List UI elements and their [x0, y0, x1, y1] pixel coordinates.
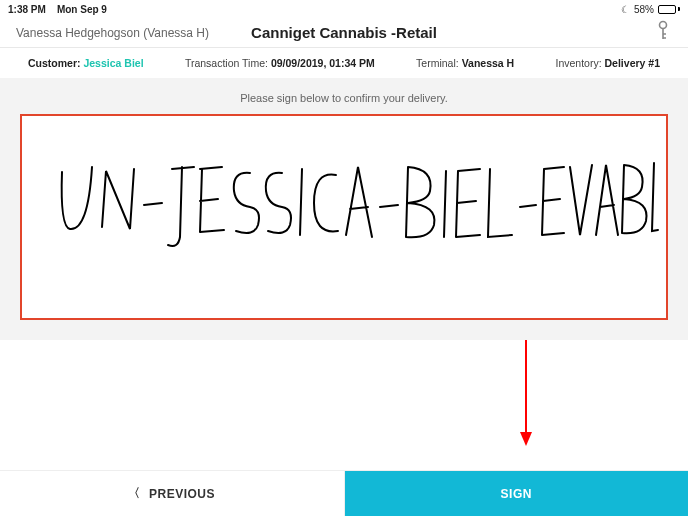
svg-marker-2: [520, 432, 532, 446]
info-customer: Customer: Jessica Biel: [28, 57, 144, 69]
battery-icon: [658, 5, 680, 14]
info-transaction-time: Transaction Time: 09/09/2019, 01:34 PM: [185, 57, 375, 69]
status-right: ☾ 58%: [621, 4, 680, 15]
info-transaction-value: 09/09/2019, 01:34 PM: [271, 57, 375, 69]
info-inventory-value: Delivery #1: [605, 57, 660, 69]
info-customer-label: Customer:: [28, 57, 81, 69]
status-time: 1:38 PM: [8, 4, 46, 15]
key-icon[interactable]: [654, 20, 672, 46]
current-user: Vanessa Hedgehogson (Vanessa H): [16, 26, 209, 40]
info-inventory: Inventory: Delivery #1: [556, 57, 661, 69]
info-terminal: Terminal: Vanessa H: [416, 57, 514, 69]
signature-pad[interactable]: [20, 114, 668, 320]
battery-percent: 58%: [634, 4, 654, 15]
chevron-left-icon: 〈: [128, 485, 141, 502]
previous-button-label: PREVIOUS: [149, 487, 215, 501]
info-inventory-label: Inventory:: [556, 57, 602, 69]
content-spacer: [0, 340, 688, 470]
signature-area: [0, 114, 688, 340]
info-customer-value[interactable]: Jessica Biel: [83, 57, 143, 69]
instruction-text: Please sign below to confirm your delive…: [0, 78, 688, 114]
annotation-arrow-icon: [520, 340, 532, 446]
sign-button-label: SIGN: [501, 487, 532, 501]
svg-point-0: [660, 21, 667, 28]
transaction-info-bar: Customer: Jessica Biel Transaction Time:…: [0, 48, 688, 78]
previous-button[interactable]: 〈 PREVIOUS: [0, 471, 345, 516]
status-time-date: 1:38 PM Mon Sep 9: [8, 4, 107, 15]
ios-status-bar: 1:38 PM Mon Sep 9 ☾ 58%: [0, 0, 688, 18]
dnd-moon-icon: ☾: [621, 4, 630, 15]
app-header: Vanessa Hedgehogson (Vanessa H) Canniget…: [0, 18, 688, 48]
status-date: Mon Sep 9: [57, 4, 107, 15]
info-terminal-label: Terminal:: [416, 57, 459, 69]
info-transaction-label: Transaction Time:: [185, 57, 268, 69]
info-terminal-value: Vanessa H: [462, 57, 515, 69]
sign-button[interactable]: SIGN: [345, 471, 689, 516]
button-bar: 〈 PREVIOUS SIGN: [0, 470, 688, 516]
